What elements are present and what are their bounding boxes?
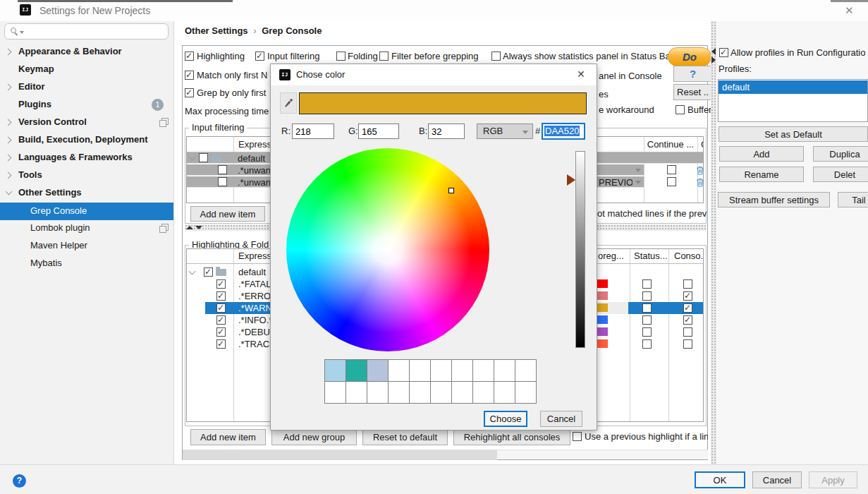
row-enabled-checkbox[interactable] [216, 291, 226, 301]
console-checkbox[interactable] [683, 303, 692, 313]
add-profile-button[interactable]: Add [719, 146, 804, 162]
status-checkbox[interactable] [642, 303, 652, 313]
tree-chevron-icon[interactable] [5, 84, 12, 91]
rehighlight-all-consoles-button[interactable]: Rehighlight all consoles [453, 429, 570, 445]
saved-color-swatch[interactable] [494, 359, 515, 382]
sidebar-item-keymap[interactable]: Keymap [0, 61, 174, 78]
g-input[interactable] [358, 124, 399, 139]
row-enabled-checkbox[interactable] [216, 339, 226, 349]
row-enabled-checkbox[interactable] [204, 267, 213, 277]
console-checkbox[interactable] [683, 339, 692, 349]
eyedropper-button[interactable] [280, 92, 297, 114]
splitter-collapse-down-icon[interactable] [195, 226, 202, 229]
close-icon[interactable]: ✕ [845, 4, 854, 17]
saved-color-swatch[interactable] [409, 359, 431, 382]
saved-color-swatch[interactable] [324, 359, 346, 382]
folding-checkbox[interactable] [336, 52, 346, 61]
sidebar-item-lombok-plugin[interactable]: Lombok plugin [0, 219, 174, 237]
sidebar-item-maven-helper[interactable]: Maven Helper [0, 237, 174, 255]
status-checkbox[interactable] [642, 327, 652, 337]
value-slider[interactable] [575, 151, 585, 348]
dialog-cancel-button[interactable]: Cancel [540, 411, 582, 427]
reset-to-default-button[interactable]: Reset to default [362, 429, 448, 445]
tree-chevron-icon[interactable] [6, 188, 13, 195]
row-enabled-checkbox[interactable] [216, 315, 226, 325]
profile-list-item[interactable]: default [719, 80, 867, 94]
saved-color-swatch[interactable] [515, 381, 537, 404]
allow-profiles-checkbox[interactable] [719, 48, 728, 57]
saved-color-swatch[interactable] [367, 359, 389, 382]
add-new-item-bottom-button[interactable]: Add new item [190, 429, 266, 445]
grep-first-checkbox[interactable] [185, 88, 194, 97]
saved-color-swatch[interactable] [346, 359, 367, 382]
row-enabled-checkbox[interactable] [216, 303, 226, 313]
sidebar-item-plugins[interactable]: Plugins1 [0, 96, 174, 114]
dropdown-arrow-icon[interactable] [635, 181, 641, 184]
console-checkbox[interactable] [683, 327, 692, 337]
saved-color-swatch[interactable] [515, 359, 537, 382]
status-checkbox[interactable] [642, 291, 652, 301]
statistics-statusbar-checkbox[interactable] [491, 52, 501, 61]
saved-color-swatch[interactable] [409, 381, 431, 404]
help-icon[interactable]: ? [13, 474, 26, 488]
rename-profile-button[interactable]: Rename [719, 167, 804, 182]
trash-icon[interactable] [696, 178, 704, 189]
highlighting-checkbox[interactable] [185, 52, 194, 61]
donate-button[interactable]: Do [668, 47, 711, 66]
saved-color-swatch[interactable] [388, 359, 410, 382]
sidebar-item-editor[interactable]: Editor [0, 78, 174, 96]
stream-buffer-settings-button[interactable]: Stream buffer settings [718, 192, 830, 207]
sidebar-item-appearance-behavior[interactable]: Appearance & Behavior [0, 43, 174, 61]
console-checkbox[interactable] [683, 291, 692, 301]
row-enabled-checkbox[interactable] [216, 327, 226, 337]
r-input[interactable] [292, 124, 334, 139]
match-first-n-checkbox[interactable] [185, 71, 194, 80]
tree-chevron-icon[interactable] [5, 172, 12, 179]
reset-button[interactable]: Reset .. [673, 84, 711, 100]
filter-before-grepping-checkbox[interactable] [379, 52, 389, 61]
input-filtering-checkbox[interactable] [255, 52, 264, 61]
saved-color-swatch[interactable] [494, 381, 515, 404]
tree-chevron-icon[interactable] [5, 137, 12, 144]
dialog-close-icon[interactable]: ✕ [577, 68, 585, 80]
row-enabled-checkbox[interactable] [218, 165, 227, 174]
use-previous-highlight-checkbox[interactable] [573, 432, 582, 441]
sidebar-item-version-control[interactable]: Version Control [0, 114, 174, 131]
continue-matching-checkbox[interactable] [667, 165, 676, 174]
delete-profile-button[interactable]: Delet [813, 167, 868, 182]
saved-color-swatch[interactable] [388, 381, 410, 404]
splitter-collapse-up-icon[interactable] [186, 226, 193, 229]
splitter-collapse-left-icon[interactable] [711, 48, 716, 55]
column-foreground[interactable]: oreg... [598, 251, 624, 261]
operation-dropdown-value[interactable]: PREVIO... [599, 177, 632, 188]
sidebar-item-grep-console[interactable]: Grep Console [0, 203, 174, 220]
status-checkbox[interactable] [642, 339, 652, 349]
sidebar-item-tools[interactable]: Tools [0, 167, 174, 184]
set-as-default-button[interactable]: Set as Default [719, 126, 868, 142]
saved-color-swatch[interactable] [430, 359, 452, 382]
column-console[interactable]: Conso... [674, 251, 704, 261]
saved-color-swatch[interactable] [472, 359, 494, 382]
tree-chevron-icon[interactable] [5, 155, 12, 162]
saved-color-swatch[interactable] [367, 381, 389, 404]
continue-matching-checkbox[interactable] [667, 177, 676, 186]
hex-input[interactable]: DAA520 [542, 123, 585, 140]
breadcrumb-section[interactable]: Other Settings [185, 25, 248, 36]
column-expression[interactable]: Express [238, 251, 271, 261]
duplicate-profile-button[interactable]: Duplica [813, 146, 868, 162]
horizontal-scrollbar[interactable] [183, 450, 708, 459]
saved-color-swatch[interactable] [324, 381, 346, 404]
saved-color-swatch[interactable] [430, 381, 452, 404]
row-expand-chevron-icon[interactable] [189, 268, 196, 275]
column-expression[interactable]: Express [238, 139, 271, 150]
dialog-title-bar[interactable]: IJ Chose color ✕ [271, 64, 597, 85]
sidebar-item-build-execution-deployment[interactable]: Build, Execution, Deployment [0, 131, 174, 149]
horizontal-scrollbar-thumb[interactable] [183, 450, 497, 460]
column-c[interactable]: C... [701, 139, 704, 150]
sidebar-item-other-settings[interactable]: Other Settings [0, 184, 174, 202]
buffer-checkbox[interactable] [676, 105, 685, 114]
tree-chevron-icon[interactable] [5, 119, 12, 126]
sidebar-item-languages-frameworks[interactable]: Languages & Frameworks [0, 149, 174, 167]
tree-chevron-icon[interactable] [5, 49, 12, 56]
trash-icon[interactable] [696, 166, 704, 177]
